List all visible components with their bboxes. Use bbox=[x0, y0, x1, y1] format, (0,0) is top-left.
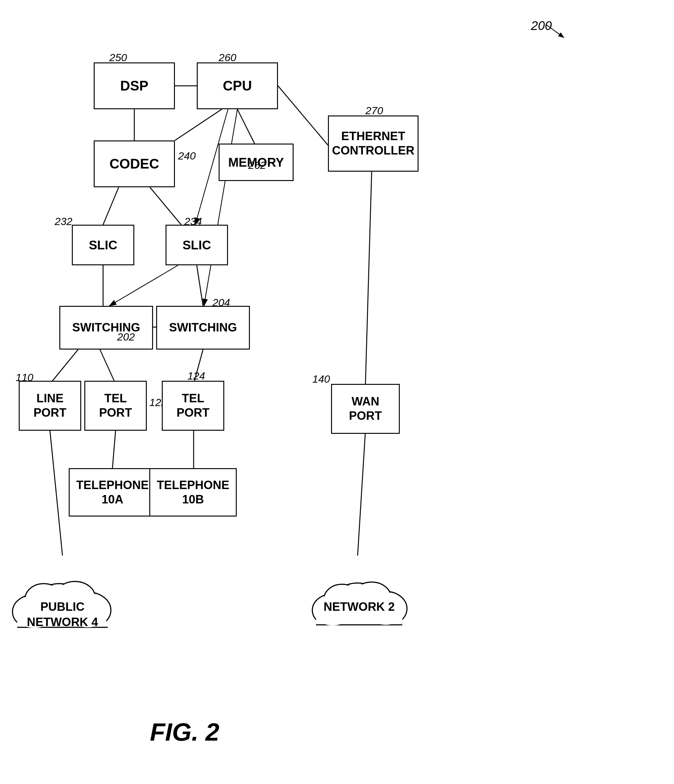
ref-202: 202 bbox=[117, 331, 135, 343]
svg-line-9 bbox=[103, 187, 119, 225]
fig-label: FIG. 2 bbox=[150, 718, 219, 747]
cpu-box: CPU bbox=[197, 62, 278, 109]
svg-line-10 bbox=[150, 187, 181, 225]
ref-270: 270 bbox=[365, 104, 383, 117]
tel-port2-box: TEL PORT bbox=[162, 381, 224, 431]
ref-140: 140 bbox=[312, 373, 330, 385]
ref-234: 234 bbox=[184, 215, 202, 227]
line-port-box: LINE PORT bbox=[19, 381, 81, 431]
network2-cloud: NETWORK 2 bbox=[309, 555, 409, 637]
telephone2-box: TELEPHONE 10B bbox=[149, 468, 237, 516]
svg-line-22 bbox=[357, 431, 365, 555]
svg-line-16 bbox=[100, 350, 115, 384]
public-network-cloud: PUBLICNETWORK 4 bbox=[9, 552, 115, 640]
svg-line-13 bbox=[197, 265, 203, 306]
svg-line-7 bbox=[204, 109, 237, 306]
switching1-box: SWITCHING bbox=[59, 306, 153, 350]
svg-line-4 bbox=[175, 109, 222, 140]
ref-260: 260 bbox=[218, 51, 236, 64]
ref-262: 262 bbox=[248, 159, 266, 171]
svg-line-12 bbox=[109, 265, 178, 306]
tel-port1-box: TEL PORT bbox=[84, 381, 147, 431]
switching2-box: SWITCHING bbox=[156, 306, 250, 350]
ref-110: 110 bbox=[16, 372, 33, 384]
telephone1-box: TELEPHONE 10A bbox=[69, 468, 156, 516]
slic2-box: SLIC bbox=[165, 225, 228, 265]
svg-line-15 bbox=[50, 350, 78, 384]
diagram-container: 200 DSP 250 CPU 260 CODEC 240 MEMORY 262 bbox=[0, 0, 674, 784]
ref-200-arrow bbox=[543, 20, 568, 39]
svg-line-6 bbox=[278, 86, 328, 145]
svg-line-20 bbox=[50, 431, 62, 555]
ref-250: 250 bbox=[109, 51, 127, 64]
wan-port-box: WAN PORT bbox=[331, 384, 400, 434]
slic1-box: SLIC bbox=[72, 225, 134, 265]
ref-124: 124 bbox=[187, 370, 205, 382]
ethernet-box: ETHERNET CONTROLLER bbox=[328, 115, 418, 172]
svg-line-18 bbox=[112, 431, 115, 468]
ref-204: 204 bbox=[212, 297, 230, 309]
svg-line-21 bbox=[365, 172, 372, 384]
ref-240: 240 bbox=[178, 150, 196, 162]
ref-232: 232 bbox=[55, 215, 72, 227]
svg-line-5 bbox=[237, 109, 256, 147]
dsp-box: DSP bbox=[94, 62, 175, 109]
svg-line-23 bbox=[546, 25, 564, 37]
codec-box: CODEC bbox=[94, 140, 175, 187]
